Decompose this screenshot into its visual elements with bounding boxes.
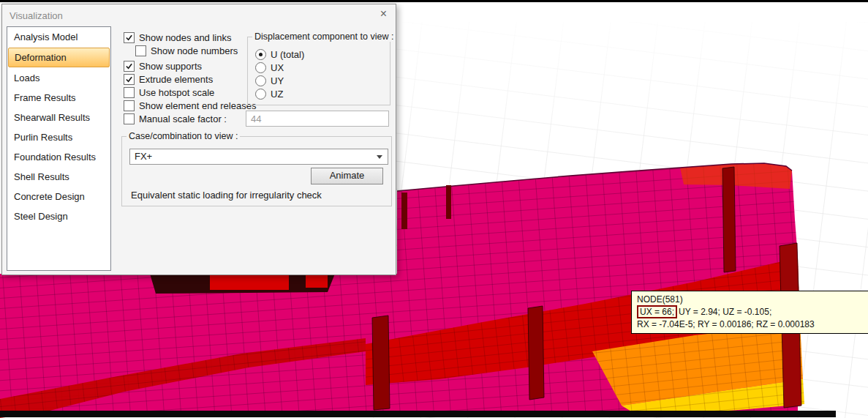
ux-value-highlight: UX = 66; xyxy=(637,305,677,318)
visualization-dialog: Visualization × Analysis Model Deformati… xyxy=(1,4,396,275)
sidebar-item-purlin-results[interactable]: Purlin Results xyxy=(7,127,110,147)
animate-button[interactable]: Animate xyxy=(311,168,383,184)
column-stub-2 xyxy=(446,185,451,219)
radio-ux[interactable]: UX xyxy=(255,62,284,73)
checkbox-use-hotspot-scale[interactable]: Use hotspot scale xyxy=(124,87,214,98)
category-list: Analysis Model Deformation Loads Frame R… xyxy=(7,26,111,271)
checkbox-box[interactable] xyxy=(124,113,135,124)
checkbox-show-supports[interactable]: Show supports xyxy=(124,61,202,72)
case-combination-group: Case/combination to view : FX+ Animate E… xyxy=(121,136,392,206)
column-front-mid xyxy=(528,306,544,400)
checkbox-extrude-elements[interactable]: Extrude elements xyxy=(124,74,213,85)
checkbox-show-nodes-and-links[interactable]: Show nodes and links xyxy=(124,32,231,43)
sidebar-item-shell-results[interactable]: Shell Results xyxy=(7,167,110,187)
tooltip-translations: UX = 66; UY = 2.94; UZ = -0.105; xyxy=(637,305,868,318)
checkbox-label: Show nodes and links xyxy=(139,32,231,43)
application-window: NODE(581) UX = 66; UY = 2.94; UZ = -0.10… xyxy=(0,0,868,418)
radio-label: UY xyxy=(271,75,284,86)
dropdown-selected-value: FX+ xyxy=(135,151,152,162)
sidebar-item-steel-design[interactable]: Steel Design xyxy=(7,206,110,226)
checkbox-label: Show node numbers xyxy=(151,45,238,56)
uy-uz-values: UY = 2.94; UZ = -0.105; xyxy=(679,306,771,318)
displacement-component-group: Displacement component to view : U (tota… xyxy=(247,37,390,105)
viewport-top-border xyxy=(0,0,868,2)
column-upper-right xyxy=(722,167,736,272)
radio-button[interactable] xyxy=(255,62,266,73)
sidebar-item-shearwall-results[interactable]: Shearwall Results xyxy=(7,108,110,127)
roof-underside-shadow xyxy=(150,274,335,294)
checkbox-label: Show element end releases xyxy=(139,100,256,111)
checkbox-box[interactable] xyxy=(135,45,146,56)
group-title: Case/combination to view : xyxy=(127,131,240,141)
column-front-left xyxy=(372,316,390,410)
checkbox-box[interactable] xyxy=(124,61,135,72)
checkbox-label: Use hotspot scale xyxy=(139,87,214,98)
tooltip-node-title: NODE(581) xyxy=(637,294,868,305)
checkbox-label: Extrude elements xyxy=(139,74,213,85)
radio-label: UX xyxy=(271,62,284,73)
checkbox-box[interactable] xyxy=(124,100,135,111)
node-result-tooltip: NODE(581) UX = 66; UY = 2.94; UZ = -0.10… xyxy=(631,291,868,334)
sidebar-item-loads[interactable]: Loads xyxy=(7,68,110,88)
tooltip-rotations: RX = -7.04E-5; RY = 0.00186; RZ = 0.0001… xyxy=(637,318,868,330)
group-title: Displacement component to view : xyxy=(252,31,396,42)
radio-u-total[interactable]: U (total) xyxy=(255,49,304,60)
case-description: Equivalent static loading for irregulari… xyxy=(131,190,322,201)
checkbox-show-element-end-releases[interactable]: Show element end releases xyxy=(124,100,256,111)
checkbox-label: Manual scale factor : xyxy=(139,113,227,124)
checkbox-box[interactable] xyxy=(124,32,135,43)
checkbox-manual-scale-factor[interactable]: Manual scale factor : xyxy=(124,113,227,124)
dialog-title: Visualization xyxy=(10,10,63,21)
manual-scale-factor-input[interactable] xyxy=(246,111,389,127)
radio-label: U (total) xyxy=(271,49,304,60)
sidebar-item-analysis-model[interactable]: Analysis Model xyxy=(7,27,110,47)
radio-uz[interactable]: UZ xyxy=(255,89,283,100)
radio-button[interactable] xyxy=(255,75,266,86)
viewport-bottom-bar xyxy=(0,411,836,417)
checkbox-label: Show supports xyxy=(139,61,202,72)
column-stub-1 xyxy=(401,193,407,229)
sidebar-item-foundation-results[interactable]: Foundation Results xyxy=(7,147,110,167)
checkbox-box[interactable] xyxy=(124,74,135,85)
checkbox-show-node-numbers[interactable]: Show node numbers xyxy=(135,45,238,56)
checkbox-box[interactable] xyxy=(124,87,135,98)
sidebar-item-deformation[interactable]: Deformation xyxy=(8,48,110,67)
chevron-down-icon xyxy=(377,155,382,159)
radio-uy[interactable]: UY xyxy=(255,75,284,86)
radio-button[interactable] xyxy=(255,89,266,100)
close-icon[interactable]: × xyxy=(380,8,387,20)
radio-button[interactable] xyxy=(255,49,266,60)
sidebar-item-concrete-design[interactable]: Concrete Design xyxy=(7,187,110,206)
case-combination-dropdown[interactable]: FX+ xyxy=(129,149,388,165)
sidebar-item-frame-results[interactable]: Frame Results xyxy=(7,88,110,108)
radio-label: UZ xyxy=(271,89,283,100)
grid-fade xyxy=(373,22,868,168)
